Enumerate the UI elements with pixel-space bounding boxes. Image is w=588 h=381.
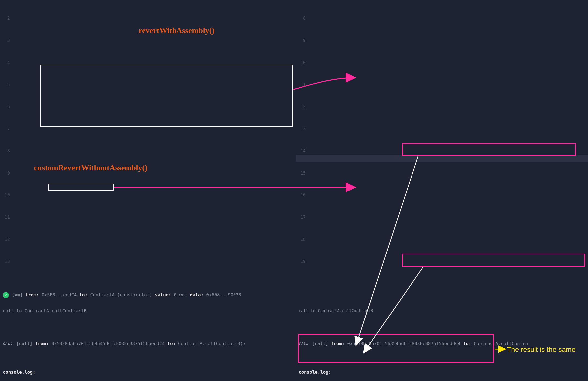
line-number: 17 — [296, 214, 306, 221]
terminal-pane-left[interactable]: ✓[vm] from: 0x5B3...eddC4 to: ContractA.… — [0, 279, 296, 381]
annotation-title-2: customRevertWithoutAssembly() — [34, 163, 147, 172]
call-tag: CALL — [3, 340, 13, 348]
line-number: 14 — [296, 147, 306, 155]
line-number: 9 — [0, 170, 10, 177]
line-number: 8 — [296, 15, 306, 22]
annotation-title-1: revertWithAssembly() — [139, 26, 215, 35]
line-number: 10 — [296, 59, 306, 66]
console-log-header: console.log: — [3, 368, 293, 376]
line-number: 16 — [296, 191, 306, 199]
editor-pane-left[interactable]: 2 3 4 5 6 7 8 9 10 11 12 13 14 15 16 17 … — [0, 0, 294, 279]
call-to-line: call to ContractA.callContractB — [3, 307, 293, 315]
editor-pane-right[interactable]: 8 9 10 11 12 13 14 15 16 17 18 19 20 21 … — [296, 0, 588, 279]
line-number: 11 — [0, 214, 10, 221]
annotation-result-label: The result is the same — [507, 346, 575, 354]
line-number: 13 — [0, 258, 10, 265]
line-number: 11 — [296, 81, 306, 89]
tx-success-line: ✓[vm] from: 0x5B3...eddC4 to: ContractA.… — [3, 291, 293, 299]
line-number: 8 — [0, 147, 10, 155]
line-number: 6 — [0, 103, 10, 111]
line-number: 3 — [0, 37, 10, 44]
line-number: 9 — [296, 37, 306, 44]
line-number: 18 — [296, 236, 306, 243]
line-number: 15 — [296, 170, 306, 177]
line-number: 4 — [0, 59, 10, 66]
line-number: 12 — [296, 103, 306, 111]
line-number: 7 — [0, 125, 10, 133]
line-number: 12 — [0, 236, 10, 243]
current-line-highlight — [296, 155, 588, 162]
call-line: CALL[call] from: 0x5B38Da6a701c568545dCf… — [3, 340, 293, 348]
terminal-pane-right[interactable]: call to ContractA.callContractB CALL[cal… — [296, 279, 588, 381]
line-number: 13 — [296, 125, 306, 133]
line-number: 19 — [296, 258, 306, 265]
line-number: 2 — [0, 15, 10, 22]
line-number: 10 — [0, 191, 10, 199]
console-log-header: console.log: — [299, 368, 585, 376]
call-tag: CALL — [299, 340, 308, 348]
check-icon: ✓ — [3, 292, 9, 298]
line-number: 5 — [0, 81, 10, 89]
call-to-line: call to ContractA.callContractB — [299, 307, 585, 315]
